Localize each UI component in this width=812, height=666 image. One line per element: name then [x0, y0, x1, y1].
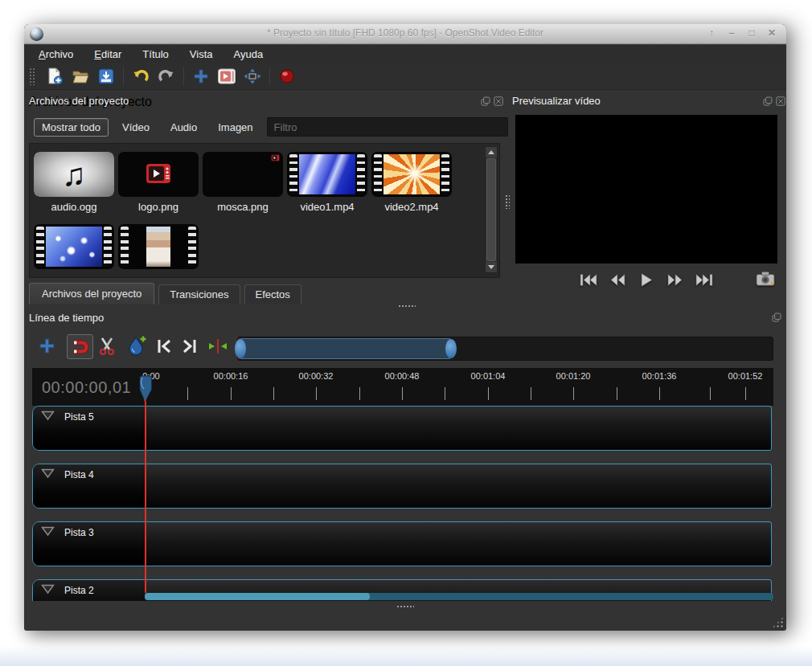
play-icon[interactable]: [637, 272, 656, 288]
chevron-down-icon[interactable]: [41, 584, 55, 594]
jump-to-end-icon[interactable]: [695, 272, 714, 288]
menu-ayuda[interactable]: Ayuda: [234, 48, 264, 60]
timeline-horizontal-scrollbar[interactable]: [145, 593, 773, 600]
filter-video-button[interactable]: Vídeo: [115, 119, 157, 136]
filter-input[interactable]: [267, 117, 508, 137]
rewind-icon[interactable]: [608, 272, 627, 288]
float-panel-icon[interactable]: [763, 96, 773, 106]
project-files-panel-title: Archivos del proyecto: [29, 95, 129, 107]
panel-splitter-horizontal[interactable]: [398, 304, 416, 308]
track-header: Pista 4: [33, 464, 146, 508]
ruler-label: 00:01:52: [728, 371, 763, 381]
audio-thumbnail: ♫: [34, 152, 114, 197]
film-strip-icon: [130, 227, 187, 267]
menu-titulo[interactable]: Título: [142, 48, 169, 60]
add-track-icon[interactable]: [37, 333, 56, 358]
scroll-down-icon[interactable]: [486, 262, 497, 272]
bottom-tab-bar: Archivos del proyecto Transiciones Efect…: [29, 283, 301, 304]
capture-frame-icon[interactable]: [756, 270, 775, 286]
chevron-down-icon[interactable]: [41, 526, 55, 537]
fast-forward-icon[interactable]: [666, 272, 685, 288]
chevron-down-icon[interactable]: [41, 411, 55, 421]
filter-audio-button[interactable]: Audio: [163, 119, 204, 136]
zoom-handle-left[interactable]: [235, 339, 246, 358]
desktop: * Proyecto sin título [FHD 1080p 60 fps]…: [0, 0, 812, 666]
tab-efectos[interactable]: Efectos: [244, 284, 301, 304]
file-item[interactable]: [33, 224, 115, 273]
track-header: Pista 3: [33, 522, 146, 566]
track-header: Pista 5: [33, 407, 146, 450]
video-preview-canvas: [515, 115, 777, 264]
fullscreen-icon[interactable]: [240, 65, 265, 88]
titlebar[interactable]: * Proyecto sin título [FHD 1080p 60 fps]…: [24, 24, 786, 44]
track-header: Pista 2: [33, 580, 146, 601]
export-video-icon[interactable]: [214, 65, 240, 88]
tab-archivos-del-proyecto[interactable]: Archivos del proyecto: [29, 283, 154, 304]
timeline-zoom-slider[interactable]: [237, 337, 773, 361]
ruler-label: 00:00:16: [214, 371, 248, 381]
scrollbar-thumb[interactable]: [145, 593, 370, 600]
current-time-display: 00:00:00,01: [42, 378, 131, 397]
tab-transiciones[interactable]: Transiciones: [158, 284, 240, 304]
file-item[interactable]: video1.mp4: [286, 152, 368, 213]
import-files-icon[interactable]: [188, 65, 214, 88]
filter-image-button[interactable]: Imagen: [211, 119, 260, 136]
scroll-up-icon[interactable]: [486, 147, 497, 157]
scrollbar-thumb[interactable]: [486, 158, 496, 261]
magnet-icon: [72, 339, 89, 355]
open-project-icon[interactable]: [68, 65, 93, 88]
ruler-label: 00:00:48: [385, 371, 420, 381]
playhead-marker[interactable]: [138, 375, 152, 404]
logo-thumbnail: [118, 152, 199, 197]
razor-icon[interactable]: [96, 333, 117, 358]
close-button[interactable]: ✕: [765, 27, 778, 39]
files-filter-bar: Mostrar todo Vídeo Audio Imagen: [34, 117, 508, 137]
close-panel-icon[interactable]: [494, 96, 503, 106]
zoom-handle-right[interactable]: [445, 339, 457, 358]
menu-editar[interactable]: Editar: [94, 48, 121, 60]
track-pista-3[interactable]: Pista 3: [32, 521, 772, 566]
zoom-selection-range[interactable]: [240, 338, 451, 359]
menu-vista[interactable]: Vista: [190, 48, 213, 60]
filter-show-all-button[interactable]: Mostrar todo: [34, 118, 109, 137]
minimize-button[interactable]: –: [725, 27, 738, 39]
next-marker-icon[interactable]: [179, 333, 199, 358]
red-tv-icon: [146, 162, 171, 185]
timeline-ruler[interactable]: 00:00:00,01 0:00 00:00:16 00:00:32 00:00…: [32, 368, 773, 406]
float-panel-icon[interactable]: [481, 96, 490, 106]
file-item[interactable]: ♫ audio.ogg: [33, 152, 115, 213]
redo-icon[interactable]: [154, 65, 179, 88]
toolbar-separator: [123, 67, 124, 86]
openshot-window: * Proyecto sin título [FHD 1080p 60 fps]…: [24, 24, 786, 631]
file-item[interactable]: mosca.png: [202, 152, 284, 213]
playhead-line: [145, 402, 146, 593]
chevron-down-icon[interactable]: [41, 468, 55, 479]
shade-button[interactable]: ↑: [705, 27, 718, 39]
jump-to-start-icon[interactable]: [579, 272, 598, 288]
timeline-tracks-area[interactable]: Pista 5 Pista 4 Pista 3: [32, 406, 773, 601]
window-resize-grip[interactable]: [772, 616, 784, 628]
center-playhead-icon[interactable]: [207, 333, 229, 358]
menu-archivo[interactable]: Archivo: [39, 48, 73, 60]
previous-marker-icon[interactable]: [155, 333, 174, 358]
file-item[interactable]: [117, 224, 199, 273]
maximize-button[interactable]: □: [745, 27, 758, 39]
toolbar-grip[interactable]: [29, 67, 35, 85]
bottom-splitter[interactable]: [396, 605, 414, 609]
files-scrollbar[interactable]: [485, 146, 498, 273]
add-marker-icon[interactable]: [126, 333, 149, 358]
float-panel-icon[interactable]: [772, 313, 781, 322]
ruler-label: 00:00:32: [299, 371, 334, 381]
file-item[interactable]: video2.mp4: [371, 152, 453, 213]
file-item[interactable]: logo.png: [117, 152, 199, 213]
new-project-icon[interactable]: [42, 65, 68, 88]
panel-splitter-vertical[interactable]: [505, 194, 510, 209]
animated-title-icon[interactable]: [274, 65, 300, 88]
track-pista-4[interactable]: Pista 4: [32, 464, 772, 509]
save-project-icon[interactable]: [93, 65, 119, 88]
snapping-toggle[interactable]: [67, 334, 93, 359]
timeline-panel-title: Línea de tiempo: [29, 312, 104, 324]
close-panel-icon[interactable]: [776, 96, 785, 106]
track-pista-5[interactable]: Pista 5: [32, 406, 772, 451]
undo-icon[interactable]: [128, 65, 154, 88]
